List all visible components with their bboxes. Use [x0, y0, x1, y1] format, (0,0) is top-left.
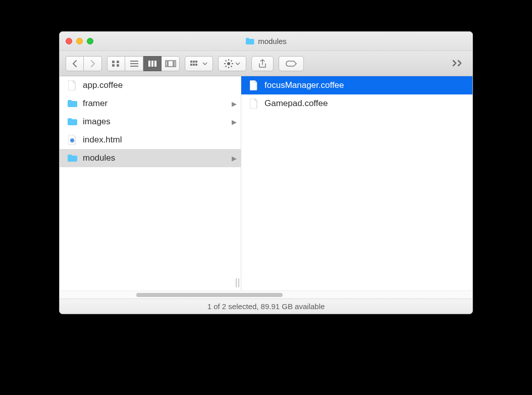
svg-rect-6	[130, 66, 138, 67]
list-item[interactable]: modules ▶	[60, 149, 241, 167]
item-name: index.html	[83, 135, 237, 145]
back-button[interactable]	[66, 56, 84, 71]
svg-rect-14	[193, 61, 195, 63]
svg-rect-11	[168, 61, 173, 67]
content-area: app.coffee framer ▶ images ▶ in	[60, 76, 472, 290]
svg-rect-9	[154, 61, 156, 67]
list-view-button[interactable]	[125, 56, 143, 71]
minimize-button[interactable]	[76, 38, 83, 44]
zoom-button[interactable]	[87, 38, 93, 44]
svg-line-26	[231, 60, 232, 61]
item-name: app.coffee	[83, 80, 237, 90]
share-button[interactable]	[251, 56, 274, 71]
close-button[interactable]	[66, 38, 72, 44]
list-item[interactable]: focusManager.coffee	[241, 76, 472, 94]
status-text: 1 of 2 selected, 89.91 GB available	[207, 302, 325, 311]
svg-rect-8	[151, 61, 153, 67]
svg-rect-0	[112, 61, 115, 63]
svg-rect-2	[112, 64, 115, 67]
column-left[interactable]: app.coffee framer ▶ images ▶ in	[60, 76, 241, 290]
svg-line-24	[226, 60, 227, 61]
item-name: images	[83, 117, 227, 127]
svg-rect-12	[174, 61, 176, 67]
view-buttons	[107, 56, 180, 71]
item-name: Gamepad.coffee	[264, 98, 468, 109]
item-name: focusManager.coffee	[264, 80, 468, 90]
html-file-icon	[67, 135, 78, 145]
traffic-lights	[66, 38, 93, 44]
svg-rect-17	[193, 64, 195, 66]
column-right[interactable]: focusManager.coffee Gamepad.coffee	[241, 76, 472, 290]
list-item[interactable]: framer ▶	[60, 94, 241, 113]
list-item[interactable]: index.html	[60, 131, 241, 149]
forward-button[interactable]	[84, 56, 102, 71]
window-title-area: modules	[60, 37, 472, 45]
finder-window: modules	[59, 31, 473, 314]
chevron-right-icon: ▶	[232, 155, 237, 162]
svg-rect-1	[117, 61, 119, 63]
svg-rect-16	[190, 64, 192, 66]
chevron-right-icon: ▶	[232, 118, 237, 126]
column-resize-handle[interactable]	[236, 278, 239, 287]
scrollbar-thumb[interactable]	[136, 293, 283, 297]
svg-rect-3	[117, 64, 119, 67]
list-item[interactable]: app.coffee	[60, 76, 241, 94]
svg-line-25	[231, 66, 232, 67]
svg-point-28	[70, 138, 74, 142]
horizontal-scrollbar[interactable]	[60, 290, 472, 299]
file-icon	[248, 98, 259, 109]
folder-icon	[67, 118, 78, 126]
column-view-button[interactable]	[143, 56, 162, 71]
chevron-right-icon: ▶	[232, 100, 237, 108]
gallery-view-button[interactable]	[162, 56, 180, 71]
svg-line-27	[226, 66, 227, 67]
status-bar: 1 of 2 selected, 89.91 GB available	[60, 299, 472, 314]
icon-view-button[interactable]	[107, 56, 125, 71]
svg-rect-15	[195, 61, 197, 63]
file-icon	[248, 80, 259, 90]
folder-icon	[67, 100, 78, 108]
titlebar[interactable]: modules	[60, 32, 472, 51]
toolbar	[60, 51, 472, 76]
action-button[interactable]	[218, 56, 246, 71]
folder-icon	[67, 154, 78, 162]
list-item[interactable]: Gamepad.coffee	[241, 94, 472, 113]
window-title: modules	[258, 37, 287, 45]
item-name: modules	[83, 153, 227, 163]
svg-point-19	[227, 62, 230, 65]
svg-rect-4	[130, 61, 138, 62]
nav-buttons	[66, 56, 102, 71]
svg-rect-18	[195, 64, 197, 66]
file-icon	[67, 80, 78, 90]
list-item[interactable]: images ▶	[60, 113, 241, 131]
item-name: framer	[83, 98, 227, 109]
svg-rect-10	[166, 61, 167, 67]
svg-rect-5	[130, 63, 138, 64]
toolbar-overflow-icon[interactable]	[452, 58, 466, 69]
folder-icon	[245, 37, 254, 45]
arrange-button[interactable]	[185, 56, 213, 71]
tags-button[interactable]	[279, 56, 304, 71]
svg-rect-13	[190, 61, 192, 63]
svg-rect-7	[148, 61, 150, 67]
